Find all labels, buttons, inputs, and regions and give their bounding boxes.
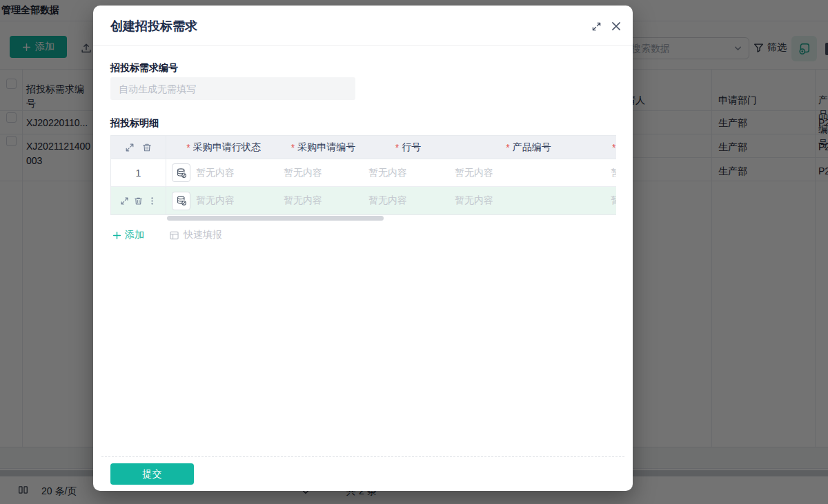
cell-line-no[interactable]: 暂无内容 [366,159,451,186]
subtable-row-1: 1 暂无内容 暂无内容 [111,159,616,187]
create-bid-requirement-dialog: 创建招投标需求 招投标需求编号 招投标明细 *采购申请行状态 [93,6,633,491]
subtable-header-row: *采购申请行状态 *采购申请编号 *行号 *产品编号 * [111,136,616,159]
subtable-row-2: 暂无内容 暂无内容 暂无内容 暂无内容 暂无内容 [111,187,616,214]
cell-purchase-line-status: 暂无内容 [166,187,281,214]
code-field-input[interactable] [110,77,355,100]
detail-section-label: 招投标明细 [110,117,159,130]
empty-placeholder: 暂无内容 [455,167,493,179]
column-label: 产品编号 [513,141,551,154]
row-index: 1 [111,159,166,186]
trash-icon[interactable] [134,196,143,205]
subtable-add-label: 添加 [125,229,144,241]
cell-purchase-line-status: 暂无内容 [166,159,281,186]
empty-placeholder[interactable]: 暂无内容 [196,167,235,179]
empty-placeholder[interactable]: 暂无内容 [196,194,235,207]
expand-dialog-icon[interactable] [591,21,602,32]
data-linkage-button[interactable] [172,163,190,182]
subtable-header-actions [111,136,166,159]
quick-fill-icon [169,230,179,241]
empty-placeholder: 暂无内容 [455,194,493,207]
required-marker: * [506,142,509,153]
cell-extra[interactable]: 暂无内容 [607,187,616,214]
column-label: 采购申请行状态 [193,141,261,154]
empty-placeholder: 暂无内容 [284,194,322,207]
empty-placeholder: 暂无内容 [368,194,407,207]
required-marker: * [395,142,399,153]
quick-fill-label: 快速填报 [184,229,222,241]
trash-icon[interactable] [142,143,152,152]
screen: 管理全部数据 添加 筛选 [0,0,828,504]
cell-purchase-request-no[interactable]: 暂无内容 [281,159,366,186]
close-icon[interactable] [611,21,622,32]
cell-product-no[interactable]: 暂无内容 [451,187,607,214]
code-field-label: 招投标需求编号 [110,62,178,74]
expand-icon[interactable] [120,196,129,205]
quick-fill-button[interactable]: 快速填报 [169,229,222,241]
empty-placeholder: 暂无内容 [611,194,616,207]
data-linkage-button[interactable] [172,192,190,210]
dialog-header-divider [93,45,633,46]
required-marker: * [186,142,190,153]
column-label: 采购申请编号 [297,141,355,154]
empty-placeholder: 暂无内容 [368,167,407,179]
dialog-footer-divider [101,456,624,457]
dialog-title: 创建招投标需求 [110,18,197,34]
column-label: 行号 [402,141,421,154]
detail-subtable: *采购申请行状态 *采购申请编号 *行号 *产品编号 * 1 [110,135,616,215]
data-linkage-icon [176,168,187,179]
column-header: * [607,136,616,159]
empty-placeholder: 暂无内容 [611,167,616,179]
column-header: *采购申请行状态 [166,136,281,159]
column-header: *行号 [366,136,451,159]
expand-icon[interactable] [125,143,135,152]
data-linkage-icon [176,195,187,206]
required-marker: * [612,142,615,153]
plus-icon [112,231,121,240]
cell-line-no[interactable]: 暂无内容 [366,187,451,214]
cell-extra[interactable]: 暂无内容 [607,159,616,186]
empty-placeholder: 暂无内容 [284,167,322,179]
subtable-add-row-button[interactable]: 添加 [112,229,144,241]
subtable-horizontal-scrollbar[interactable] [167,216,384,221]
row-actions [111,187,166,214]
column-header: *采购申请编号 [281,136,366,159]
submit-button[interactable]: 提交 [110,463,194,485]
cell-purchase-request-no[interactable]: 暂无内容 [281,187,366,214]
required-marker: * [291,142,295,153]
cell-product-no[interactable]: 暂无内容 [451,159,607,186]
column-header: *产品编号 [451,136,607,159]
kebab-menu-icon[interactable] [148,196,157,205]
